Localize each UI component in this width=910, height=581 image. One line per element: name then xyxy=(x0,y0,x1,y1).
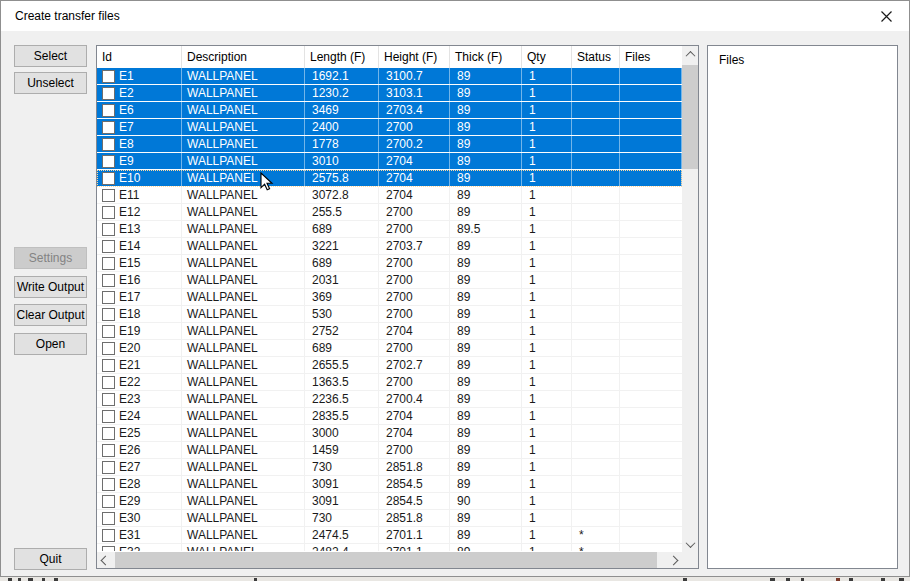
unselect-button[interactable]: Unselect xyxy=(14,72,87,94)
table-row[interactable]: E28WALLPANEL30912854.5891 xyxy=(97,476,682,493)
row-checkbox[interactable] xyxy=(102,495,115,508)
row-checkbox[interactable] xyxy=(102,529,115,542)
table-row[interactable]: E18WALLPANEL5302700891 xyxy=(97,306,682,323)
column-header-files[interactable]: Files xyxy=(620,46,682,68)
row-id: E31 xyxy=(119,527,140,543)
close-button[interactable] xyxy=(864,1,909,31)
row-checkbox[interactable] xyxy=(102,461,115,474)
row-checkbox[interactable] xyxy=(102,410,115,423)
column-header-qty[interactable]: Qty xyxy=(522,46,572,68)
table-row[interactable]: E17WALLPANEL3692700891 xyxy=(97,289,682,306)
table-row[interactable]: E27WALLPANEL7302851.8891 xyxy=(97,459,682,476)
table-row[interactable]: E8WALLPANEL17782700.2891 xyxy=(97,136,682,153)
table-row[interactable]: E14WALLPANEL32212703.7891 xyxy=(97,238,682,255)
table-row[interactable]: E1WALLPANEL1692.13100.7891 xyxy=(97,68,682,85)
cell-description: WALLPANEL xyxy=(182,187,305,203)
column-header-length[interactable]: Length (F) xyxy=(305,46,379,68)
row-checkbox[interactable] xyxy=(102,478,115,491)
open-button[interactable]: Open xyxy=(14,333,87,355)
table-row[interactable]: E22WALLPANEL1363.52700891 xyxy=(97,374,682,391)
quit-button[interactable]: Quit xyxy=(14,548,87,570)
row-checkbox[interactable] xyxy=(102,512,115,525)
cell-length: 730 xyxy=(305,510,379,526)
row-checkbox[interactable] xyxy=(102,325,115,338)
clear-output-button[interactable]: Clear Output xyxy=(14,304,87,326)
table-row[interactable]: E15WALLPANEL6892700891 xyxy=(97,255,682,272)
row-checkbox[interactable] xyxy=(102,376,115,389)
row-checkbox[interactable] xyxy=(102,274,115,287)
table-row[interactable]: E19WALLPANEL27522704891 xyxy=(97,323,682,340)
row-checkbox[interactable] xyxy=(102,427,115,440)
row-checkbox[interactable] xyxy=(102,206,115,219)
table-row[interactable]: E2WALLPANEL1230.23103.1891 xyxy=(97,85,682,102)
horizontal-scrollbar[interactable] xyxy=(97,552,682,568)
scroll-left-button[interactable] xyxy=(97,552,113,568)
table-row[interactable]: E23WALLPANEL2236.52700.4891 xyxy=(97,391,682,408)
cell-qty: 1 xyxy=(522,323,572,339)
vertical-scrollbar[interactable] xyxy=(682,46,698,552)
row-checkbox[interactable] xyxy=(102,444,115,457)
row-checkbox[interactable] xyxy=(102,393,115,406)
table-row[interactable]: E16WALLPANEL20312700891 xyxy=(97,272,682,289)
cell-description: WALLPANEL xyxy=(182,306,305,322)
column-header-thick[interactable]: Thick (F) xyxy=(450,46,522,68)
row-checkbox[interactable] xyxy=(102,104,115,117)
table-row[interactable]: E11WALLPANEL3072.82704891 xyxy=(97,187,682,204)
row-checkbox[interactable] xyxy=(102,172,115,185)
table-row[interactable]: E9WALLPANEL30102704891 xyxy=(97,153,682,170)
column-header-status[interactable]: Status xyxy=(572,46,620,68)
table-row[interactable]: E29WALLPANEL30912854.5901 xyxy=(97,493,682,510)
row-checkbox[interactable] xyxy=(102,87,115,100)
vertical-scrollbar-thumb[interactable] xyxy=(682,65,698,169)
row-checkbox[interactable] xyxy=(102,155,115,168)
cell-length: 255.5 xyxy=(305,204,379,220)
table-row[interactable]: E12WALLPANEL255.52700891 xyxy=(97,204,682,221)
row-checkbox[interactable] xyxy=(102,342,115,355)
table-row[interactable]: E13WALLPANEL689270089.51 xyxy=(97,221,682,238)
cell-thick: 89 xyxy=(450,374,522,390)
row-checkbox[interactable] xyxy=(102,138,115,151)
cell-status xyxy=(572,323,620,339)
scroll-down-button[interactable] xyxy=(682,536,698,552)
row-checkbox[interactable] xyxy=(102,223,115,236)
cell-id: E21 xyxy=(97,357,182,373)
scroll-right-button[interactable] xyxy=(665,552,681,568)
table-row[interactable]: E32WALLPANEL2482.42701.1891* xyxy=(97,544,682,551)
write-output-button[interactable]: Write Output xyxy=(14,276,87,298)
cell-status xyxy=(572,476,620,492)
column-header-id[interactable]: Id xyxy=(97,46,182,68)
settings-button[interactable]: Settings xyxy=(14,247,87,269)
cell-description: WALLPANEL xyxy=(182,170,305,186)
table-row[interactable]: E21WALLPANEL2655.52702.7891 xyxy=(97,357,682,374)
cell-status xyxy=(572,357,620,373)
select-button[interactable]: Select xyxy=(14,45,87,67)
row-checkbox[interactable] xyxy=(102,359,115,372)
row-checkbox[interactable] xyxy=(102,308,115,321)
table-row[interactable]: E20WALLPANEL6892700891 xyxy=(97,340,682,357)
horizontal-scrollbar-thumb[interactable] xyxy=(115,552,657,568)
row-checkbox[interactable] xyxy=(102,70,115,83)
table-row[interactable]: E24WALLPANEL2835.52704891 xyxy=(97,408,682,425)
table-row[interactable]: E10WALLPANEL2575.82704891 xyxy=(97,170,682,187)
row-checkbox[interactable] xyxy=(102,546,115,552)
cell-length: 2400 xyxy=(305,119,379,135)
table-row[interactable]: E25WALLPANEL30002704891 xyxy=(97,425,682,442)
row-checkbox[interactable] xyxy=(102,121,115,134)
column-header-height[interactable]: Height (F) xyxy=(379,46,450,68)
table-row[interactable]: E30WALLPANEL7302851.8891 xyxy=(97,510,682,527)
cell-description: WALLPANEL xyxy=(182,357,305,373)
row-checkbox[interactable] xyxy=(102,240,115,253)
table-row[interactable]: E31WALLPANEL2474.52701.1891* xyxy=(97,527,682,544)
cell-status xyxy=(572,238,620,254)
row-checkbox[interactable] xyxy=(102,291,115,304)
table-row[interactable]: E6WALLPANEL34692703.4891 xyxy=(97,102,682,119)
table-row[interactable]: E26WALLPANEL14592700891 xyxy=(97,442,682,459)
scroll-up-button[interactable] xyxy=(682,46,698,62)
column-header-description[interactable]: Description xyxy=(182,46,305,68)
row-id: E6 xyxy=(119,102,134,118)
chevron-right-icon xyxy=(668,555,678,565)
row-checkbox[interactable] xyxy=(102,189,115,202)
cell-status xyxy=(572,153,620,169)
row-checkbox[interactable] xyxy=(102,257,115,270)
table-row[interactable]: E7WALLPANEL24002700891 xyxy=(97,119,682,136)
